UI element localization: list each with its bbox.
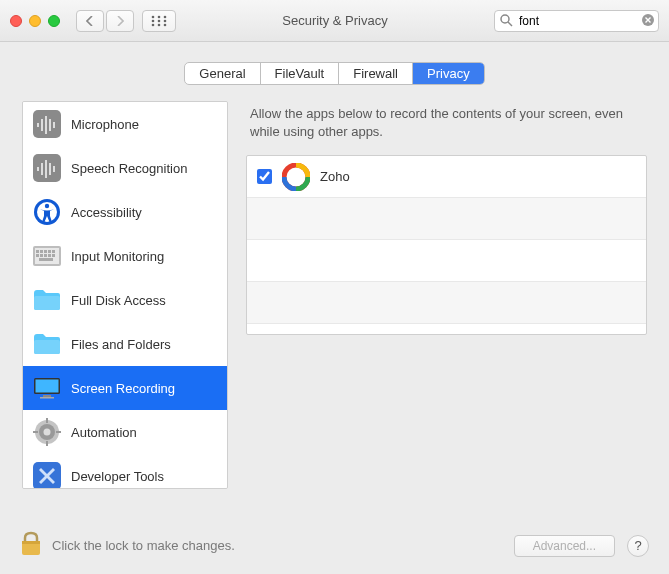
sidebar-item-label: Automation xyxy=(71,425,137,440)
sidebar-item-speech-recognition[interactable]: Speech Recognition xyxy=(23,146,227,190)
show-all-button[interactable] xyxy=(142,10,176,32)
app-label: Zoho xyxy=(320,169,350,184)
app-list: Zoho xyxy=(246,155,647,335)
microphone-icon xyxy=(33,110,61,138)
svg-rect-31 xyxy=(44,250,47,253)
svg-point-48 xyxy=(44,429,51,436)
svg-rect-30 xyxy=(40,250,43,253)
lock-icon[interactable] xyxy=(20,531,42,560)
svg-point-4 xyxy=(158,19,161,22)
svg-rect-15 xyxy=(45,116,47,134)
tab-filevault[interactable]: FileVault xyxy=(261,63,340,84)
window-controls xyxy=(10,15,60,27)
svg-rect-22 xyxy=(49,163,51,175)
svg-rect-16 xyxy=(49,119,51,131)
back-button[interactable] xyxy=(76,10,104,32)
content-description: Allow the apps below to record the conte… xyxy=(246,101,647,155)
sidebar-item-label: Screen Recording xyxy=(71,381,175,396)
app-row-zoho[interactable]: Zoho xyxy=(247,156,646,198)
clear-search-icon[interactable] xyxy=(641,13,655,30)
app-row-empty xyxy=(247,240,646,282)
zoom-icon[interactable] xyxy=(48,15,60,27)
content-pane: Allow the apps below to record the conte… xyxy=(246,101,647,489)
tab-general[interactable]: General xyxy=(185,63,260,84)
svg-point-2 xyxy=(164,15,167,18)
lock-wrap[interactable]: Click the lock to make changes. xyxy=(20,531,502,560)
help-button[interactable]: ? xyxy=(627,535,649,557)
svg-rect-43 xyxy=(36,380,59,393)
window-title: Security & Privacy xyxy=(184,13,486,28)
svg-rect-33 xyxy=(52,250,55,253)
forward-button[interactable] xyxy=(106,10,134,32)
tab-row: General FileVault Firewall Privacy xyxy=(0,42,669,101)
tab-segmented: General FileVault Firewall Privacy xyxy=(184,62,484,85)
svg-point-8 xyxy=(164,23,167,26)
advanced-button[interactable]: Advanced... xyxy=(514,535,615,557)
main-area: Microphone Speech Recognition Accessibil… xyxy=(0,101,669,489)
sidebar-item-screen-recording[interactable]: Screen Recording xyxy=(23,366,227,410)
svg-rect-34 xyxy=(36,254,39,257)
minimize-icon[interactable] xyxy=(29,15,41,27)
svg-rect-38 xyxy=(52,254,55,257)
svg-point-9 xyxy=(501,15,509,23)
svg-point-1 xyxy=(158,15,161,18)
svg-rect-39 xyxy=(39,258,53,261)
svg-rect-20 xyxy=(41,163,43,175)
svg-point-7 xyxy=(158,23,161,26)
svg-rect-35 xyxy=(40,254,43,257)
svg-rect-17 xyxy=(53,122,55,128)
svg-rect-19 xyxy=(37,167,39,171)
close-icon[interactable] xyxy=(10,15,22,27)
sidebar-item-automation[interactable]: Automation xyxy=(23,410,227,454)
app-row-empty xyxy=(247,198,646,240)
sidebar-item-developer-tools[interactable]: Developer Tools xyxy=(23,454,227,489)
search-input[interactable] xyxy=(494,10,659,32)
svg-rect-32 xyxy=(48,250,51,253)
app-checkbox[interactable] xyxy=(257,169,272,184)
sidebar-item-label: Files and Folders xyxy=(71,337,171,352)
lock-text: Click the lock to make changes. xyxy=(52,538,235,553)
display-icon xyxy=(33,374,61,402)
svg-rect-52 xyxy=(56,431,61,433)
sidebar-item-microphone[interactable]: Microphone xyxy=(23,102,227,146)
sidebar-item-label: Input Monitoring xyxy=(71,249,164,264)
privacy-sidebar[interactable]: Microphone Speech Recognition Accessibil… xyxy=(22,101,228,489)
svg-rect-50 xyxy=(46,441,48,446)
search-wrap xyxy=(494,10,659,32)
svg-rect-57 xyxy=(22,541,40,544)
svg-rect-36 xyxy=(44,254,47,257)
svg-rect-51 xyxy=(33,431,38,433)
svg-rect-29 xyxy=(36,250,39,253)
hammer-icon xyxy=(33,462,61,489)
gear-icon xyxy=(33,418,61,446)
sidebar-item-label: Speech Recognition xyxy=(71,161,187,176)
svg-rect-41 xyxy=(34,340,60,354)
svg-rect-40 xyxy=(34,296,60,310)
sidebar-item-label: Developer Tools xyxy=(71,469,164,484)
sidebar-item-input-monitoring[interactable]: Input Monitoring xyxy=(23,234,227,278)
svg-rect-21 xyxy=(45,160,47,178)
accessibility-icon xyxy=(33,198,61,226)
sidebar-item-label: Accessibility xyxy=(71,205,142,220)
svg-point-0 xyxy=(152,15,155,18)
folder-icon xyxy=(33,286,61,314)
sidebar-item-label: Microphone xyxy=(71,117,139,132)
sidebar-item-label: Full Disk Access xyxy=(71,293,166,308)
titlebar: Security & Privacy xyxy=(0,0,669,42)
svg-rect-13 xyxy=(37,123,39,127)
sidebar-item-accessibility[interactable]: Accessibility xyxy=(23,190,227,234)
svg-point-3 xyxy=(152,19,155,22)
search-icon xyxy=(499,13,513,30)
zoho-icon xyxy=(282,163,310,191)
sidebar-item-full-disk-access[interactable]: Full Disk Access xyxy=(23,278,227,322)
tab-firewall[interactable]: Firewall xyxy=(339,63,413,84)
svg-rect-44 xyxy=(43,395,51,397)
nav-buttons xyxy=(76,10,134,32)
svg-rect-49 xyxy=(46,418,48,423)
sidebar-item-files-and-folders[interactable]: Files and Folders xyxy=(23,322,227,366)
svg-rect-14 xyxy=(41,119,43,131)
svg-point-5 xyxy=(164,19,167,22)
svg-point-26 xyxy=(45,204,49,208)
tab-privacy[interactable]: Privacy xyxy=(413,63,484,84)
speech-icon xyxy=(33,154,61,182)
